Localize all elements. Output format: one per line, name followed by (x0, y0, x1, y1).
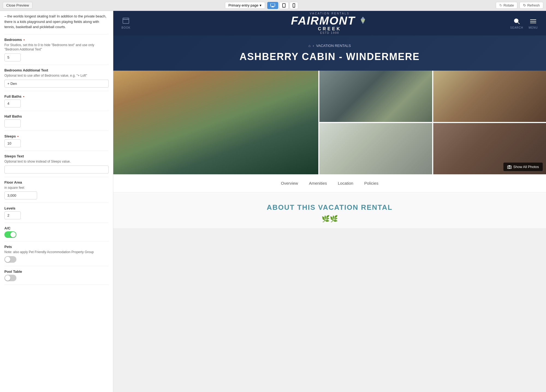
tab-overview[interactable]: Overview (281, 180, 298, 187)
photo-grid: Show All Photos (113, 71, 546, 174)
rotate-icon: ↻ (499, 3, 502, 7)
ac-toggle[interactable] (4, 231, 16, 238)
sleeps-text-input[interactable] (4, 166, 109, 173)
device-buttons (267, 2, 298, 9)
svg-marker-13 (362, 22, 364, 24)
ac-toggle-wrapper (4, 231, 109, 238)
about-title: ABOUT THIS VACATION RENTAL (119, 203, 541, 212)
pets-toggle[interactable] (4, 256, 16, 263)
full-baths-input[interactable] (4, 100, 21, 107)
nav-search-label: SEARCH (510, 26, 523, 29)
pets-description: Note: also apply Pet Friendly Accommodat… (4, 250, 109, 255)
right-panel: BOOK VACATION RENTALS FAIRMONT CREEK EST… (113, 11, 546, 392)
about-icon: 🌿🌿 (119, 215, 541, 223)
svg-rect-21 (509, 165, 510, 166)
show-all-photos-button[interactable]: Show All Photos (503, 163, 543, 171)
svg-point-4 (284, 7, 284, 7)
photo-cell-4: Show All Photos (433, 123, 546, 174)
site-nav: BOOK VACATION RENTALS FAIRMONT CREEK EST… (113, 11, 546, 35)
svg-point-20 (509, 166, 510, 168)
svg-rect-1 (272, 6, 274, 7)
bedrooms-additional-description: Optional text to use after of Bedrooms v… (4, 73, 109, 78)
bedrooms-required: • (23, 38, 25, 42)
half-baths-label: Half Baths (4, 114, 109, 118)
sleeps-section: Sleeps • (4, 131, 109, 151)
nav-logo: VACATION RENTALS FAIRMONT CREEK ESTD 199… (291, 12, 368, 34)
sleeps-text-label: Sleeps Text (4, 154, 109, 158)
floor-area-section: Floor Area in square feet (4, 177, 109, 203)
logo-emblem (357, 15, 368, 26)
photo-cell-3 (319, 123, 432, 174)
levels-label: Levels (4, 206, 109, 210)
svg-rect-8 (123, 19, 129, 20)
bedrooms-additional-input[interactable] (4, 80, 109, 88)
ac-label: A/C (4, 226, 109, 230)
about-section: ABOUT THIS VACATION RENTAL 🌿🌿 (113, 192, 546, 228)
rotate-label: Rotate (503, 3, 514, 7)
svg-rect-16 (530, 19, 536, 20)
ac-section: A/C (4, 223, 109, 241)
sleeps-text-description: Optional text to show instead of Sleeps … (4, 159, 109, 164)
levels-input[interactable] (4, 211, 21, 219)
search-icon (513, 17, 521, 25)
nav-book[interactable]: BOOK (121, 17, 130, 29)
tab-amenities[interactable]: Amenities (309, 180, 327, 187)
device-mobile-button[interactable] (290, 2, 298, 9)
close-preview-button[interactable]: Close Preview (3, 2, 32, 9)
description-text: – the worlds longest skating trail! In a… (4, 11, 109, 34)
tab-policies[interactable]: Policies (364, 180, 378, 187)
bedrooms-label: Bedrooms • (4, 38, 109, 42)
device-desktop-button[interactable] (267, 2, 278, 9)
entry-page-button[interactable]: Primary entry page ▾ (225, 2, 265, 9)
full-baths-required: • (23, 94, 24, 98)
photo-main (113, 71, 318, 174)
camera-icon (507, 165, 512, 169)
photo-main-placeholder (113, 71, 318, 174)
svg-rect-2 (271, 7, 274, 7)
nav-search-button[interactable]: SEARCH (510, 17, 523, 29)
svg-rect-7 (123, 18, 129, 23)
bedrooms-description: For Studios, set this to 0 to hide "Bedr… (4, 43, 109, 52)
left-panel: – the worlds longest skating trail! In a… (0, 11, 113, 392)
svg-rect-17 (530, 21, 536, 22)
breadcrumb-section: VACATION RENTALS (316, 44, 351, 48)
breadcrumb-separator: › (313, 44, 314, 48)
sleeps-required: • (17, 134, 19, 138)
half-baths-input[interactable] (4, 119, 21, 127)
nav-book-label: BOOK (121, 26, 130, 29)
sleeps-input[interactable] (4, 139, 21, 147)
top-bar: Close Preview Primary entry page ▾ ↻ Rot… (0, 0, 546, 11)
rotate-button[interactable]: ↻ Rotate (496, 2, 517, 9)
nav-menu-label: MENU (529, 26, 538, 29)
photo-cell-2 (433, 71, 546, 122)
device-tablet-button[interactable] (279, 2, 289, 9)
bedrooms-section: Bedrooms • For Studios, set this to 0 to… (4, 34, 109, 65)
bedrooms-additional-label: Bedrooms Additional Text (4, 68, 109, 72)
nav-menu-button[interactable]: MENU (529, 17, 538, 29)
full-baths-section: Full Baths • (4, 91, 109, 111)
svg-point-14 (514, 19, 518, 23)
floor-area-label: Floor Area (4, 180, 109, 184)
half-baths-section: Half Baths (4, 111, 109, 131)
nav-logo-fairmont: FAIRMONT (291, 15, 355, 26)
sleeps-text-section: Sleeps Text Optional text to show instea… (4, 151, 109, 177)
floor-area-input[interactable] (4, 191, 37, 199)
pets-label: Pets (4, 245, 109, 249)
site-preview: BOOK VACATION RENTALS FAIRMONT CREEK EST… (113, 11, 546, 228)
bedrooms-input[interactable] (4, 53, 21, 61)
site-tabs: Overview Amenities Location Policies (113, 174, 546, 192)
photo-cell-1 (319, 71, 432, 122)
hero-title: ASHBERRY CABIN - WINDERMERE (239, 51, 420, 62)
pool-table-toggle[interactable] (4, 275, 16, 281)
full-baths-label: Full Baths • (4, 94, 109, 98)
svg-rect-0 (271, 4, 275, 6)
nav-right: SEARCH MENU (510, 17, 538, 29)
refresh-button[interactable]: ↻ Refresh (520, 2, 543, 9)
pool-table-label: Pool Table (4, 270, 109, 274)
book-icon (122, 17, 130, 25)
entry-page-chevron: ▾ (260, 3, 262, 7)
tab-location[interactable]: Location (338, 180, 353, 187)
refresh-icon: ↻ (523, 3, 526, 7)
nav-logo-creek: CREEK (291, 26, 368, 31)
svg-point-6 (293, 7, 294, 7)
